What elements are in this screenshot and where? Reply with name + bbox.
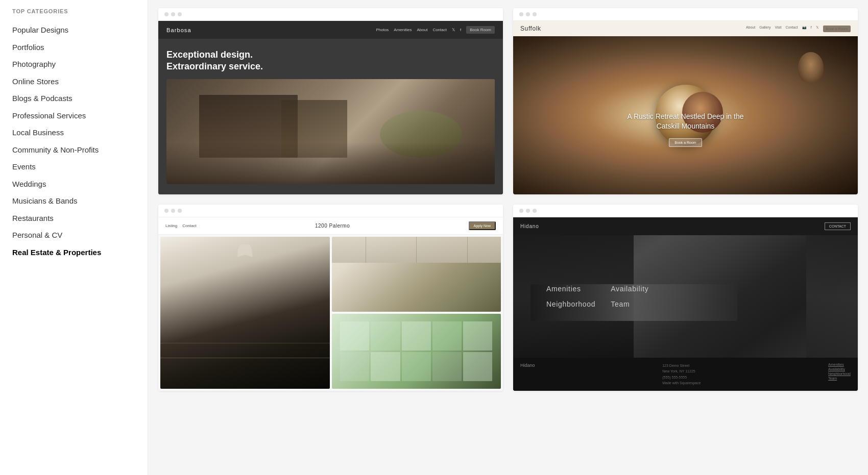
hidano-logo: Hidano (520, 223, 539, 229)
sidebar-item-popular-designs[interactable]: Popular Designs (12, 21, 135, 39)
sidebar-item-personal-cv[interactable]: Personal & CV (12, 227, 135, 244)
hidano-footer-link-team[interactable]: Team (828, 377, 851, 380)
hidano-address-1: 123 Demo Street (662, 363, 701, 368)
barbosa-hero: Exceptional design.Extraordinary service… (158, 39, 503, 194)
hidano-footer-links: Amenities Availability Neighborhood Team (828, 363, 851, 380)
palermo-nav-links: Listing Contact (165, 223, 197, 228)
sidebar-item-local-business[interactable]: Local Business (12, 124, 135, 141)
dot-5 (526, 12, 530, 16)
dot-4 (519, 12, 523, 16)
dot-8 (171, 209, 175, 213)
templates-grid: Barbosa Photos Amenities About Contact 𝕏… (158, 8, 858, 391)
dot-7 (164, 209, 168, 213)
suffolk-link-visit: Visit (775, 26, 781, 32)
hidano-made-with: Made with Squarespace (662, 380, 701, 386)
sidebar-nav-list: Popular Designs Portfolios Photography O… (12, 21, 135, 261)
suffolk-cta-button[interactable]: Book a Room (823, 26, 851, 32)
hidano-footer-logo: Hidano (520, 363, 535, 368)
suffolk-headline: A Rustic Retreat Nestled Deep in theCats… (513, 112, 858, 132)
suffolk-link-gallery: Gallery (759, 26, 770, 32)
sidebar-item-blogs-podcasts[interactable]: Blogs & Podcasts (12, 90, 135, 107)
palermo-right-column (332, 237, 501, 389)
card-dots-suffolk (513, 8, 858, 21)
hidano-menu-neighborhood: Neighborhood (546, 300, 595, 308)
sidebar-item-community-nonprofits[interactable]: Community & Non-Profits (12, 141, 135, 159)
hidano-phone: (555) 555-5555 (662, 374, 701, 380)
sidebar-section-title: TOP CATEGORIES (12, 8, 135, 14)
suffolk-logo: Suffolk (520, 25, 541, 32)
hidano-footer-link-neighborhood[interactable]: Neighborhood (828, 372, 851, 376)
barbosa-interior-image (166, 79, 495, 184)
suffolk-icon-social3: 𝕏 (816, 26, 819, 32)
barbosa-preview: Barbosa Photos Amenities About Contact 𝕏… (158, 21, 503, 194)
hidano-address-2: New York, NY 11225 (662, 368, 701, 374)
hidano-menu-team: Team (611, 300, 660, 308)
barbosa-nav: Barbosa Photos Amenities About Contact 𝕏… (158, 21, 503, 39)
sidebar-item-real-estate[interactable]: Real Estate & Properties (12, 244, 135, 261)
dot-12 (533, 209, 537, 213)
palermo-left-image (160, 237, 330, 389)
barbosa-cta-button[interactable]: Book Room (466, 26, 495, 34)
hidano-menu-amenities: Amenities (546, 285, 595, 293)
sidebar-item-photography[interactable]: Photography (12, 56, 135, 73)
sidebar-item-musicians-bands[interactable]: Musicians & Bands (12, 192, 135, 210)
sidebar-item-professional-services[interactable]: Professional Services (12, 107, 135, 124)
hidano-nav: Hidano CONTACT (513, 217, 858, 235)
palermo-nav: Listing Contact 1200 Palermo Apply Now (158, 217, 503, 235)
dot-3 (178, 12, 182, 16)
palermo-kitchen-image (332, 237, 501, 312)
suffolk-link-contact: Contact (786, 26, 798, 32)
suffolk-link-about: About (746, 26, 755, 32)
dot-2 (171, 12, 175, 16)
suffolk-text-overlay: A Rustic Retreat Nestled Deep in theCats… (513, 112, 858, 147)
template-card-palermo[interactable]: Listing Contact 1200 Palermo Apply Now (158, 205, 503, 391)
hidano-contact-button[interactable]: CONTACT (825, 222, 851, 230)
sidebar-item-weddings[interactable]: Weddings (12, 176, 135, 193)
card-dots-palermo (158, 205, 503, 217)
suffolk-bg-image: A Rustic Retreat Nestled Deep in theCats… (513, 36, 858, 194)
barbosa-nav-links: Photos Amenities About Contact 𝕏 f Book … (376, 26, 495, 34)
hidano-footer-info: 123 Demo Street New York, NY 11225 (555)… (662, 363, 701, 386)
template-card-suffolk[interactable]: Suffolk About Gallery Visit Contact 📷 f … (513, 8, 858, 194)
suffolk-nav: Suffolk About Gallery Visit Contact 📷 f … (513, 21, 858, 36)
hidano-footer-link-amenities[interactable]: Amenities (828, 363, 851, 366)
palermo-apply-button[interactable]: Apply Now (469, 221, 496, 230)
dot-11 (526, 209, 530, 213)
card-dots-hidano (513, 205, 858, 217)
suffolk-hero: A Rustic Retreat Nestled Deep in theCats… (513, 36, 858, 194)
barbosa-headline: Exceptional design.Extraordinary service… (166, 49, 495, 73)
palermo-content (158, 235, 503, 391)
barbosa-link-contact: Contact (432, 28, 447, 32)
barbosa-link-photos: Photos (376, 28, 389, 32)
hidano-footer: Hidano 123 Demo Street New York, NY 1122… (513, 358, 858, 391)
palermo-link-contact: Contact (182, 223, 197, 228)
barbosa-icon-twitter: 𝕏 (452, 28, 455, 32)
card-dots-barbosa (158, 8, 503, 21)
suffolk-nav-links: About Gallery Visit Contact 📷 f 𝕏 Book a… (746, 26, 851, 32)
dot-9 (178, 209, 182, 213)
dot-6 (533, 12, 537, 16)
hidano-footer-link-availability[interactable]: Availability (828, 367, 851, 371)
dot-1 (164, 12, 168, 16)
barbosa-link-amenities: Amenities (394, 28, 412, 32)
main-content: Barbosa Photos Amenities About Contact 𝕏… (148, 0, 868, 475)
sidebar-item-portfolios[interactable]: Portfolios (12, 39, 135, 56)
sidebar-item-restaurants[interactable]: Restaurants (12, 210, 135, 227)
sidebar-item-events[interactable]: Events (12, 158, 135, 176)
template-card-barbosa[interactable]: Barbosa Photos Amenities About Contact 𝕏… (158, 8, 503, 194)
suffolk-book-button[interactable]: Book a Room (669, 138, 702, 147)
palermo-logo: 1200 Palermo (315, 223, 350, 229)
barbosa-link-about: About (417, 28, 427, 32)
palermo-preview: Listing Contact 1200 Palermo Apply Now (158, 217, 503, 391)
palermo-link-listing: Listing (165, 223, 177, 228)
sidebar-item-online-stores[interactable]: Online Stores (12, 73, 135, 90)
barbosa-logo: Barbosa (166, 27, 191, 33)
sidebar: TOP CATEGORIES Popular Designs Portfolio… (0, 0, 148, 475)
suffolk-icon-social1: 📷 (802, 26, 807, 32)
hidano-preview: Hidano CONTACT Amenities Availability Ne… (513, 217, 858, 391)
suffolk-icon-social2: f (811, 26, 812, 32)
hidano-hero: Amenities Availability Neighborhood Team (513, 235, 858, 358)
hidano-menu-availability: Availability (611, 285, 660, 293)
barbosa-icon-fb: f (460, 28, 461, 32)
template-card-hidano[interactable]: Hidano CONTACT Amenities Availability Ne… (513, 205, 858, 391)
